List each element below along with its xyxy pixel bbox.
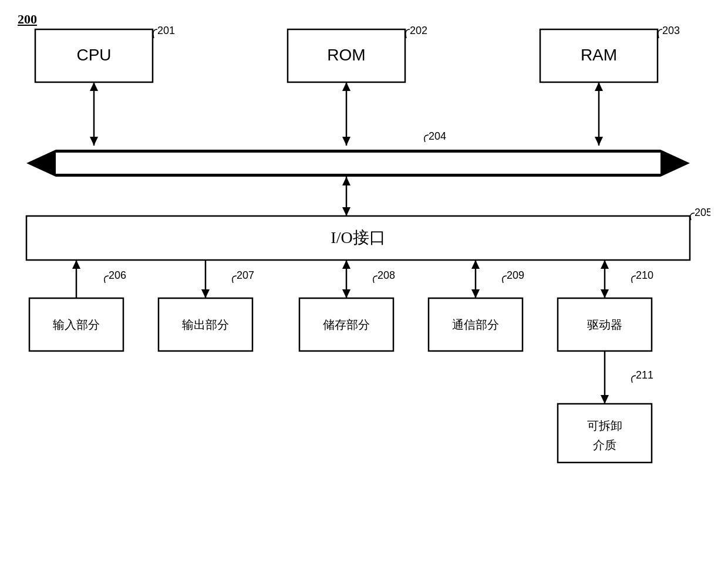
ram-arrow-up xyxy=(595,82,603,91)
removable-label2: 介质 xyxy=(593,438,616,451)
svg-rect-16 xyxy=(429,298,523,351)
svg-rect-14 xyxy=(159,298,252,351)
ref-211: 211 xyxy=(636,369,653,381)
ref-206: 206 xyxy=(109,269,126,281)
cpu-label: CPU xyxy=(76,46,111,64)
io-label: I/O接口 xyxy=(331,228,385,247)
output-label: 输出部分 xyxy=(182,318,229,331)
svg-rect-2 xyxy=(540,29,658,82)
comm-label: 通信部分 xyxy=(452,318,499,331)
ram-arrow-down xyxy=(595,137,603,146)
svg-rect-19 xyxy=(558,404,652,463)
output-arrow-down xyxy=(201,289,210,298)
ref-207: 207 xyxy=(237,269,254,281)
driver-arrow-down xyxy=(601,289,609,298)
rom-label: ROM xyxy=(327,46,365,64)
svg-rect-7 xyxy=(26,216,690,260)
storage-label: 储存部分 xyxy=(323,318,370,331)
ref-209: 209 xyxy=(507,269,524,281)
bus-left-arrow xyxy=(26,150,56,177)
comm-arrow-up xyxy=(471,260,480,269)
ram-label: RAM xyxy=(581,46,617,64)
comm-arrow-down xyxy=(471,289,480,298)
storage-arrow-down xyxy=(342,289,350,298)
svg-rect-17 xyxy=(558,298,652,351)
svg-rect-0 xyxy=(35,29,153,82)
driver-label: 驱动器 xyxy=(587,318,622,331)
bus-io-arrow-up xyxy=(342,177,350,185)
ref-205: 205 xyxy=(695,207,710,218)
removable-arrow-down xyxy=(601,395,609,404)
bus-io-arrow-down xyxy=(342,207,350,216)
input-arrow-up xyxy=(72,260,80,269)
removable-label1: 可拆卸 xyxy=(587,419,622,432)
svg-rect-1 xyxy=(288,29,405,82)
diagram-container: 200 CPU ROM RAM 201 202 203 204 xyxy=(18,12,710,45)
ref-204: 204 xyxy=(429,130,446,142)
diagram-title: 200 xyxy=(18,12,710,27)
storage-arrow-up xyxy=(342,260,350,269)
ref-208: 208 xyxy=(378,269,395,281)
ref-210: 210 xyxy=(636,269,653,281)
rom-arrow-down xyxy=(342,137,350,146)
cpu-arrow-down xyxy=(90,137,98,146)
diagram-svg: CPU ROM RAM 201 202 203 204 xyxy=(18,12,710,540)
driver-arrow-up xyxy=(601,260,609,269)
bus-inner xyxy=(56,153,660,174)
rom-arrow-up xyxy=(342,82,350,91)
bus-body xyxy=(56,150,660,177)
svg-rect-13 xyxy=(29,298,123,351)
svg-rect-15 xyxy=(299,298,393,351)
cpu-arrow-up xyxy=(90,82,98,91)
bus-right-arrow xyxy=(660,150,690,177)
input-label: 输入部分 xyxy=(53,318,100,331)
